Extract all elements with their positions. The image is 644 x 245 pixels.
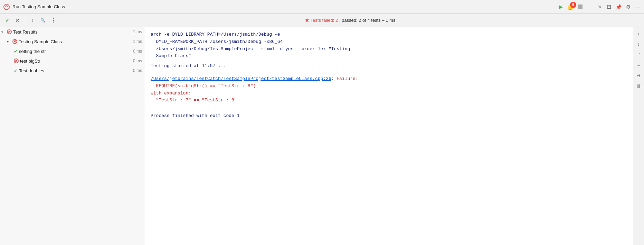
toolbar: ✔ ⊘ ↕ 🔍 ⋮ ✖ Tests failed: 2 , passed: 2 …	[0, 14, 644, 27]
title-bar-actions: ▶ 🔔 9 ✕ ⊞ 📌 ⚙ —	[559, 3, 641, 10]
class-label: Testing Sample Class	[19, 39, 129, 44]
print-button[interactable]: 🖨	[635, 71, 643, 79]
file-link[interactable]: /Users/jetbrains/TestCatch/TestSamplePro…	[151, 76, 331, 81]
status-of: of	[362, 18, 367, 23]
root-label: Test Results	[13, 29, 129, 35]
class-time: 1 ms	[133, 39, 142, 44]
total-count: 4	[367, 18, 370, 23]
more-icon: ⋮	[50, 17, 56, 24]
test-label-1: test bigStr	[20, 58, 129, 64]
output-line: DYLD_FRAMEWORK_PATH=/Users/jsmith/Debug …	[151, 38, 627, 46]
test-item-1[interactable]: ✖ test bigStr 0 ms	[0, 56, 145, 66]
pass-icon-0: ✔	[14, 49, 18, 54]
app-logo	[3, 4, 10, 10]
test-label-0: setting the str	[19, 49, 129, 54]
test-tree-panel: ▾ ✖ Test Results 1 ms ▾ ✖ Testing Sample…	[0, 27, 145, 245]
output-line: arch -e DYLD_LIBRARY_PATH=/Users/jsmith/…	[151, 31, 627, 38]
test-item-2[interactable]: ✔ Test doubles 0 ms	[0, 66, 145, 75]
class-fail-icon: ✖	[12, 39, 17, 44]
output-line: Testing started at 11:57 ...	[151, 63, 627, 70]
format-button[interactable]: ≡	[635, 61, 643, 69]
settings-button[interactable]: ⚙	[625, 4, 631, 10]
test-label-2: Test doubles	[19, 68, 129, 73]
test-status: ✖ Tests failed: 2 , passed: 2 of 4 tests…	[59, 18, 641, 23]
test-item-0[interactable]: ✔ setting the str 0 ms	[0, 46, 145, 56]
layout-button[interactable]: ⊞	[606, 4, 612, 10]
stop-button[interactable]	[578, 4, 583, 9]
class-item[interactable]: ▾ ✖ Testing Sample Class 1 ms	[0, 37, 145, 46]
test-time: 1 ms	[386, 18, 395, 23]
chevron-down-icon-class: ▾	[7, 40, 11, 44]
close-button[interactable]: ✕	[598, 4, 602, 10]
more-button[interactable]: ⋮	[49, 16, 58, 25]
window-title: Run Testing Sample Class	[12, 4, 556, 9]
chevron-down-icon: ▾	[1, 30, 6, 34]
test-time-1: 0 ms	[133, 58, 142, 63]
output-line	[151, 73, 627, 75]
status-text: Tests failed: 2 , passed: 2 of 4 tests –…	[311, 18, 396, 23]
minimize-button[interactable]: —	[635, 4, 641, 10]
notification-badge: 9	[570, 2, 576, 8]
output-area[interactable]: arch -e DYLD_LIBRARY_PATH=/Users/jsmith/…	[145, 27, 633, 245]
output-panel: arch -e DYLD_LIBRARY_PATH=/Users/jsmith/…	[145, 27, 633, 245]
output-line	[151, 70, 627, 73]
passed-count: 2	[359, 18, 361, 23]
right-icon-bar: ↑ ↓ ⇌ ≡ 🖨 🗑	[633, 27, 644, 245]
toggle-failed-button[interactable]: ⊘	[13, 16, 22, 25]
toolbar-separator-1	[25, 17, 25, 24]
search-icon: 🔍	[40, 18, 46, 23]
output-line: /Users/jsmith/Debug/TestSampleProject -r…	[151, 46, 627, 53]
test-time-0: 0 ms	[133, 49, 142, 54]
output-line[interactable]: /Users/jetbrains/TestCatch/TestSamplePro…	[151, 75, 627, 83]
output-line: with expansion:	[151, 90, 627, 97]
status-separator: , passed:	[339, 18, 359, 23]
failed-label: Tests failed:	[311, 18, 335, 23]
output-line: Process finished with exit code 1	[151, 112, 627, 120]
output-line	[151, 107, 627, 110]
notifications-button[interactable]: 🔔 9	[567, 4, 574, 10]
output-line	[151, 104, 627, 107]
fail-icon: ✖	[305, 18, 309, 23]
root-time: 1 ms	[133, 29, 142, 34]
delete-button[interactable]: 🗑	[635, 82, 643, 89]
scroll-up-button[interactable]: ↑	[635, 30, 643, 37]
output-line	[151, 110, 627, 112]
title-bar: Run Testing Sample Class ▶ 🔔 9 ✕ ⊞ 📌 ⚙ —	[0, 0, 644, 14]
output-line: Sample Class"	[151, 53, 627, 60]
scroll-down-button[interactable]: ↓	[635, 40, 643, 48]
fail-icon-1: ✖	[14, 58, 19, 63]
svg-point-0	[4, 4, 9, 10]
status-tests: tests –	[371, 18, 386, 23]
sort-icon: ↕	[31, 18, 34, 23]
search-button[interactable]: 🔍	[38, 16, 47, 25]
sort-button[interactable]: ↕	[28, 16, 37, 25]
main-content: ▾ ✖ Test Results 1 ms ▾ ✖ Testing Sample…	[0, 27, 644, 245]
pin-button[interactable]: 📌	[616, 4, 621, 10]
output-line	[151, 60, 627, 63]
pass-icon-2: ✔	[14, 68, 18, 73]
run-button[interactable]: ▶	[559, 3, 563, 10]
root-fail-icon: ✖	[7, 29, 12, 34]
check-icon: ✔	[5, 18, 9, 23]
failed-count: 2	[335, 18, 338, 23]
test-time-2: 0 ms	[133, 68, 142, 73]
output-line: REQUIRE(sc.bigStr() == "TestStr : 8")	[151, 83, 627, 90]
wrap-button[interactable]: ⇌	[635, 51, 643, 58]
tree-root-item[interactable]: ▾ ✖ Test Results 1 ms	[0, 27, 145, 37]
output-line: "TestStr : 7" == "TestStr : 8"	[151, 97, 627, 104]
cancel-icon: ⊘	[16, 18, 20, 23]
test-tree: ▾ ✖ Test Results 1 ms ▾ ✖ Testing Sample…	[0, 27, 145, 75]
toggle-passed-button[interactable]: ✔	[3, 16, 12, 25]
